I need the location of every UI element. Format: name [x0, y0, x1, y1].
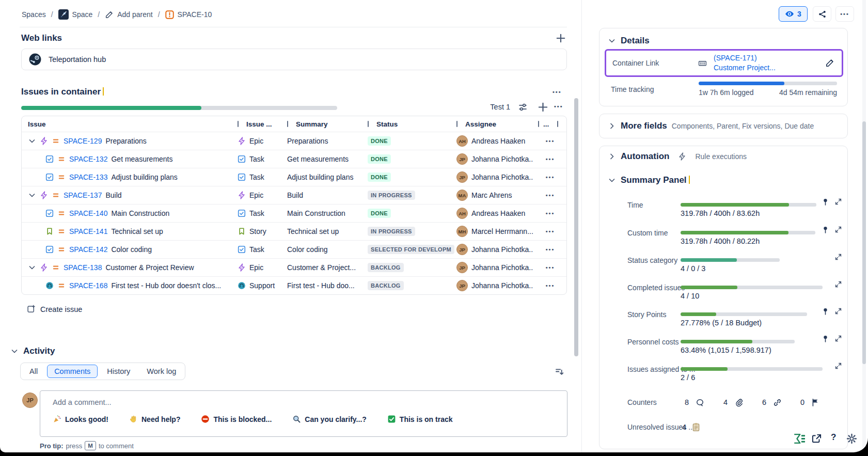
more-actions-button[interactable]: •••	[835, 6, 854, 22]
table-row[interactable]: SPACE-168 First test - Hub door doesn't …	[22, 276, 566, 294]
status-badge[interactable]: DONE	[368, 136, 391, 146]
row-more-icon[interactable]: •••	[546, 264, 555, 271]
column-header-summary[interactable]: Summary	[283, 120, 364, 128]
table-row[interactable]: SPACE-133 Adjust building plans Task Adj…	[22, 168, 566, 186]
edit-icon[interactable]	[825, 58, 834, 68]
comment-input[interactable]: Add a comment... Looks good! Need help? …	[40, 390, 567, 437]
expand-icon[interactable]	[834, 362, 842, 370]
pin-icon[interactable]	[822, 307, 829, 315]
chevron-down-icon[interactable]	[28, 137, 36, 145]
column-resize-handle[interactable]	[287, 121, 288, 127]
tab-all[interactable]: All	[22, 365, 45, 378]
column-resize-handle[interactable]	[238, 121, 239, 127]
issue-key-link[interactable]: SPACE-168	[69, 281, 107, 290]
tab-history[interactable]: History	[100, 365, 137, 378]
column-header-issue[interactable]: Issue	[22, 120, 233, 128]
watchers-button[interactable]: 3	[779, 6, 808, 22]
row-more-icon[interactable]: •••	[546, 174, 555, 180]
more-fields-card[interactable]: More fields Components, Parent, Fix vers…	[599, 114, 848, 138]
issue-key-link[interactable]: SPACE-140	[69, 209, 107, 217]
chevron-down-icon[interactable]	[28, 191, 36, 199]
row-more-icon[interactable]: •••	[546, 138, 555, 144]
expand-icon[interactable]	[834, 253, 842, 261]
column-resize-handle[interactable]	[538, 121, 539, 127]
column-header-type[interactable]: Issue ...	[233, 120, 283, 128]
sort-order-icon[interactable]	[555, 367, 564, 376]
column-header-assignee[interactable]: Assignee	[452, 120, 534, 128]
status-badge[interactable]: DONE	[368, 209, 391, 218]
issue-key-link[interactable]: SPACE-138	[64, 263, 102, 272]
row-more-icon[interactable]: •••	[546, 192, 555, 198]
table-row[interactable]: SPACE-129 Preparations Epic Preparations…	[22, 132, 566, 150]
row-more-icon[interactable]: •••	[546, 210, 555, 216]
issues-section-more-icon[interactable]: •••	[553, 89, 562, 95]
issue-key-link[interactable]: SPACE-132	[69, 155, 107, 163]
table-row[interactable]: SPACE-132 Get measurements Task Get meas…	[22, 150, 566, 168]
column-header-more[interactable]: ...	[534, 120, 566, 128]
quick-reply-looks-good[interactable]: Looks good!	[53, 415, 108, 423]
expand-icon[interactable]	[834, 335, 842, 342]
status-badge[interactable]: IN PROGRESS	[368, 191, 415, 200]
pin-icon[interactable]	[822, 226, 829, 233]
expand-icon[interactable]	[834, 280, 842, 288]
add-web-link-button[interactable]	[556, 33, 566, 43]
chevron-down-icon[interactable]	[608, 176, 616, 184]
filter-sliders-icon[interactable]	[518, 102, 528, 112]
container-link-field[interactable]: Container Link (SPACE-171) Customer Proj…	[605, 49, 843, 77]
table-row[interactable]: SPACE-141 Technical set up Story Technic…	[22, 222, 566, 240]
web-link-item[interactable]: Teleportation hub	[21, 49, 567, 70]
row-more-icon[interactable]: •••	[546, 228, 555, 234]
quick-reply-blocked[interactable]: This is blocked...	[201, 415, 272, 423]
status-badge[interactable]: IN PROGRESS	[368, 227, 415, 236]
chevron-down-icon[interactable]	[10, 347, 19, 355]
main-scrollbar[interactable]	[574, 98, 578, 356]
status-badge[interactable]: DONE	[368, 172, 391, 182]
quick-reply-clarify[interactable]: Can you clarify...?	[292, 415, 367, 423]
window-scrollbar-thumb[interactable]	[862, 121, 866, 364]
breadcrumb-spaces[interactable]: Spaces	[22, 10, 46, 19]
expand-icon[interactable]	[834, 307, 842, 315]
column-header-status[interactable]: Status	[364, 120, 452, 128]
status-badge[interactable]: SELECTED FOR DEVELOPM	[368, 245, 454, 254]
issue-key-link[interactable]: SPACE-142	[69, 245, 107, 254]
table-row[interactable]: SPACE-138 Customer & Project Review Epic…	[22, 258, 566, 276]
container-link-value[interactable]: (SPACE-171) Customer Project...	[714, 53, 790, 73]
chevron-right-icon[interactable]	[608, 152, 616, 161]
status-badge[interactable]: BACKLOG	[368, 263, 404, 272]
gear-icon[interactable]	[846, 433, 857, 444]
status-badge[interactable]: DONE	[368, 154, 391, 164]
column-resize-handle[interactable]	[368, 121, 369, 127]
column-resize-handle[interactable]	[456, 121, 457, 127]
time-tracking-bar[interactable]	[699, 82, 837, 85]
table-row[interactable]: SPACE-142 Color coding Task Color coding…	[22, 240, 566, 258]
pin-icon[interactable]	[822, 198, 829, 206]
sum-report-icon[interactable]	[793, 433, 806, 444]
open-in-new-icon[interactable]	[811, 433, 822, 444]
quick-reply-need-help[interactable]: Need help?	[129, 415, 180, 423]
table-row[interactable]: SPACE-137 Build Epic Build IN PROGRESS M…	[22, 186, 566, 204]
issue-key-link[interactable]: SPACE-133	[69, 173, 107, 181]
share-button[interactable]	[813, 6, 831, 22]
table-row[interactable]: SPACE-140 Main Construction Task Main Co…	[22, 204, 566, 222]
breadcrumb-add-parent[interactable]: Add parent	[105, 10, 153, 19]
create-issue-button[interactable]: Create issue	[27, 305, 82, 313]
issues-table-more-icon[interactable]: •••	[554, 103, 563, 109]
row-more-icon[interactable]: •••	[546, 156, 555, 162]
expand-icon[interactable]	[834, 198, 842, 206]
column-resize-handle[interactable]	[557, 121, 558, 127]
issue-key-link[interactable]: SPACE-129	[64, 137, 102, 145]
chevron-right-icon[interactable]	[608, 122, 616, 130]
status-badge[interactable]: BACKLOG	[368, 281, 404, 290]
expand-icon[interactable]	[834, 226, 842, 233]
issue-key-link[interactable]: SPACE-137	[64, 191, 102, 199]
pin-icon[interactable]	[822, 335, 829, 342]
quick-reply-on-track[interactable]: This is on track	[387, 415, 453, 423]
chevron-down-icon[interactable]	[28, 263, 36, 272]
help-button[interactable]: ?	[831, 432, 836, 443]
breadcrumb-space[interactable]: Space	[58, 9, 93, 20]
add-issue-button[interactable]	[538, 102, 548, 113]
row-more-icon[interactable]: •••	[546, 282, 555, 289]
chevron-down-icon[interactable]	[608, 37, 616, 45]
issue-key-link[interactable]: SPACE-141	[69, 227, 107, 235]
tab-comments[interactable]: Comments	[47, 365, 98, 378]
